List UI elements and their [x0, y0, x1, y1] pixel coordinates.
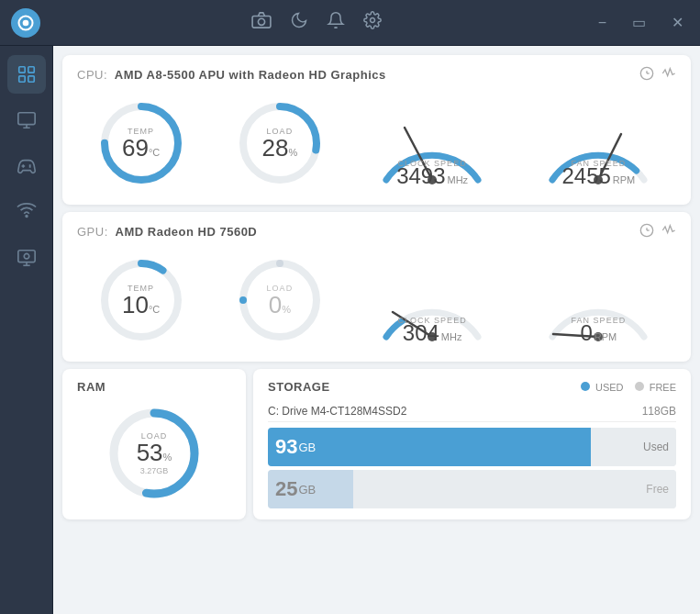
- storage-free-unit: GB: [298, 483, 316, 497]
- gpu-temp-gauge: TEMP 10°C: [95, 254, 187, 346]
- svg-rect-11: [17, 251, 34, 262]
- gpu-temp-value-container: TEMP 10°C: [122, 284, 160, 317]
- bottom-row: RAM LOAD 53% 3.27GB: [62, 369, 691, 519]
- storage-drive-name: C: Drive M4-CT128M4SSD2: [268, 405, 642, 418]
- storage-legend: USED FREE: [581, 382, 676, 393]
- moon-icon[interactable]: [290, 11, 308, 34]
- ram-load-sub: 3.27GB: [137, 466, 172, 475]
- storage-header-row: STORAGE USED FREE: [268, 380, 676, 394]
- cpu-wave-icon[interactable]: [661, 66, 676, 84]
- storage-used-bar-row: 93 GB Used: [268, 428, 676, 466]
- ram-card-header: RAM: [77, 380, 231, 394]
- gpu-load-value: 0%: [267, 293, 294, 317]
- gpu-fan-value: 0: [580, 320, 592, 346]
- sidebar-item-gamepad[interactable]: [7, 147, 46, 185]
- svg-rect-6: [28, 67, 33, 73]
- storage-title: STORAGE: [268, 380, 330, 394]
- gpu-load-value-container: LOAD 0%: [267, 284, 294, 317]
- gpu-chart-icon[interactable]: [639, 223, 654, 240]
- titlebar: − ▭ ✕: [0, 0, 700, 46]
- cpu-gauges-row: TEMP 69°C LOAD 28%: [77, 93, 676, 194]
- sidebar-item-dashboard[interactable]: [7, 55, 46, 94]
- sidebar-item-network[interactable]: [7, 193, 46, 231]
- close-button[interactable]: ✕: [666, 12, 689, 33]
- svg-rect-5: [18, 67, 24, 73]
- gpu-load-gauge: LOAD 0%: [234, 254, 326, 346]
- gpu-wave-icon[interactable]: [661, 223, 676, 240]
- sidebar-item-monitor[interactable]: [7, 101, 46, 140]
- gear-icon[interactable]: [363, 11, 382, 34]
- storage-used-unit: GB: [298, 441, 316, 454]
- storage-used-label: Used: [591, 428, 676, 466]
- cpu-fan-value: 2455: [561, 163, 610, 189]
- ram-gauge: LOAD 53% 3.27GB: [104, 403, 205, 504]
- cpu-card-icons: [639, 66, 676, 84]
- legend-used-dot: [581, 382, 590, 391]
- svg-rect-7: [18, 76, 24, 82]
- cpu-fan-gauge: FAN SPEED 2455 RPM: [539, 93, 658, 194]
- window-controls: − ▭ ✕: [593, 12, 689, 33]
- cpu-clock-unit: MHz: [448, 174, 469, 185]
- ram-card: RAM LOAD 53% 3.27GB: [62, 369, 246, 519]
- storage-bar-used: 93 GB: [268, 428, 591, 466]
- cpu-card-header: CPU: AMD A8-5500 APU with Radeon HD Grap…: [77, 66, 676, 84]
- maximize-button[interactable]: ▭: [627, 12, 651, 33]
- svg-point-14: [24, 253, 29, 259]
- cpu-clock-value: 3493: [396, 163, 445, 189]
- storage-used-value: 93: [275, 435, 297, 459]
- main-layout: CPU: AMD A8-5500 APU with Radeon HD Grap…: [0, 46, 700, 614]
- svg-point-1: [23, 19, 29, 26]
- storage-free-bar-row: 25 GB Free: [268, 470, 676, 508]
- ram-title: RAM: [77, 380, 106, 394]
- gpu-card-header: GPU: AMD Radeon HD 7560D: [77, 223, 676, 240]
- cpu-clock-gauge: CLOCK SPEED 3493 MHz: [372, 93, 492, 194]
- gpu-gauges-row: TEMP 10°C LOAD: [77, 250, 676, 351]
- ram-load-value: 53%: [137, 441, 172, 464]
- cpu-load-value-container: LOAD 28%: [262, 127, 298, 160]
- ram-gauge-container: LOAD 53% 3.27GB: [77, 403, 231, 504]
- storage-free-text: Free: [646, 483, 669, 496]
- gpu-clock-value: 304: [403, 320, 439, 346]
- ram-value-container: LOAD 53% 3.27GB: [137, 431, 172, 475]
- bell-icon[interactable]: [327, 11, 345, 34]
- storage-bar-free-fill: 25 GB: [268, 470, 353, 508]
- gpu-card-icons: [639, 223, 676, 240]
- storage-free-label: Free: [353, 470, 676, 508]
- cpu-temp-value-container: TEMP 69°C: [122, 127, 160, 160]
- legend-free-dot: [635, 382, 644, 391]
- legend-used: USED: [581, 382, 624, 393]
- svg-rect-8: [28, 76, 33, 82]
- cpu-fan-unit: RPM: [613, 174, 635, 185]
- gpu-fan-unit: RPM: [594, 331, 617, 342]
- content-area: CPU: AMD A8-5500 APU with Radeon HD Grap…: [53, 46, 700, 614]
- cpu-temp-gauge: TEMP 69°C: [95, 97, 187, 189]
- cpu-load-value: 28%: [262, 136, 298, 160]
- svg-point-3: [258, 18, 264, 25]
- storage-card: STORAGE USED FREE C: Drive M4-CT128M4S: [253, 369, 691, 519]
- svg-point-10: [26, 216, 28, 218]
- svg-point-4: [370, 18, 374, 23]
- storage-drive-row: C: Drive M4-CT128M4SSD2 118GB: [268, 401, 676, 422]
- minimize-button[interactable]: −: [593, 13, 612, 33]
- storage-free-value: 25: [275, 477, 297, 501]
- gpu-fan-gauge: FAN SPEED 0 RPM: [539, 250, 658, 351]
- svg-rect-2: [252, 17, 271, 28]
- sidebar-item-display[interactable]: [7, 239, 46, 277]
- cpu-card: CPU: AMD A8-5500 APU with Radeon HD Grap…: [62, 55, 691, 205]
- cpu-temp-value: 69°C: [122, 136, 160, 160]
- gpu-title: GPU: AMD Radeon HD 7560D: [77, 225, 257, 239]
- legend-free: FREE: [635, 382, 676, 393]
- storage-drive-size: 118GB: [642, 405, 676, 418]
- storage-used-text: Used: [643, 441, 669, 453]
- titlebar-icons: [251, 11, 382, 34]
- camera-icon[interactable]: [251, 12, 272, 33]
- gpu-clock-gauge: CLOCK SPEED 304 MHz: [372, 250, 492, 351]
- cpu-chart-icon[interactable]: [639, 66, 654, 84]
- gpu-card: GPU: AMD Radeon HD 7560D: [62, 212, 691, 362]
- gpu-temp-value: 10°C: [122, 293, 160, 317]
- cpu-title: CPU: AMD A8-5500 APU with Radeon HD Grap…: [77, 68, 386, 82]
- cpu-load-gauge: LOAD 28%: [234, 97, 326, 189]
- sidebar: [0, 46, 53, 614]
- svg-rect-9: [17, 113, 34, 125]
- app-logo: [11, 8, 40, 38]
